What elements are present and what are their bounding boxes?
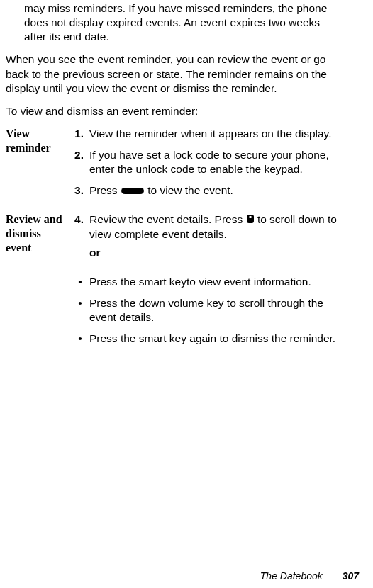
step-text-pre: Review the event details. Press bbox=[89, 213, 246, 225]
bullet-marker: • bbox=[74, 296, 89, 324]
step-text-post: to view the event. bbox=[147, 184, 233, 196]
manual-page: may miss reminders. If you have missed r… bbox=[0, 0, 373, 353]
section-label: View reminder bbox=[6, 127, 74, 205]
step-number: 1. bbox=[74, 127, 89, 141]
bullet-item: • Press the smart key again to dismiss t… bbox=[74, 332, 342, 346]
bullet-text: Press the smart key again to dismiss the… bbox=[89, 332, 342, 346]
step-text: Review the event details. Press to scrol… bbox=[89, 213, 342, 267]
page-footer: The Datebook 307 bbox=[260, 570, 359, 582]
footer-title: The Datebook bbox=[260, 570, 323, 582]
step-number: 2. bbox=[74, 148, 89, 176]
scroll-key-icon bbox=[246, 213, 255, 227]
bullet-text: Press the down volume key to scroll thro… bbox=[89, 296, 342, 324]
section-view-reminder: View reminder 1. View the reminder when … bbox=[6, 127, 342, 205]
step-number: 3. bbox=[74, 183, 89, 198]
step-text: If you have set a lock code to secure yo… bbox=[89, 148, 342, 176]
bullet-marker: • bbox=[74, 332, 89, 346]
bullet-item: • Press the smart keyto view event infor… bbox=[74, 275, 342, 289]
section-body: 4. Review the event details. Press to sc… bbox=[74, 213, 342, 353]
step-text: Press to view the event. bbox=[89, 183, 342, 198]
step-4: 4. Review the event details. Press to sc… bbox=[74, 213, 342, 267]
step-text: View the reminder when it appears on the… bbox=[89, 127, 342, 141]
page-margin-rule bbox=[347, 0, 347, 545]
step-2: 2. If you have set a lock code to secure… bbox=[74, 148, 342, 176]
step-3: 3. Press to view the event. bbox=[74, 183, 342, 198]
step-number: 4. bbox=[74, 213, 89, 267]
reminder-paragraph: When you see the event reminder, you can… bbox=[6, 52, 342, 95]
bullet-text: Press the smart keyto view event informa… bbox=[89, 275, 342, 289]
svg-rect-0 bbox=[121, 188, 144, 194]
lead-in: To view and dismiss an event reminder: bbox=[6, 104, 342, 118]
or-label: or bbox=[89, 246, 342, 260]
svg-rect-1 bbox=[247, 215, 254, 223]
long-key-icon bbox=[121, 184, 145, 198]
svg-rect-2 bbox=[249, 216, 251, 218]
bullet-marker: • bbox=[74, 275, 89, 289]
section-review-dismiss: Review and dismiss event 4. Review the e… bbox=[6, 213, 342, 353]
page-number: 307 bbox=[343, 570, 359, 582]
step-1: 1. View the reminder when it appears on … bbox=[74, 127, 342, 141]
step-text-pre: Press bbox=[89, 184, 121, 196]
continuation-note: may miss reminders. If you have missed r… bbox=[24, 1, 342, 44]
section-body: 1. View the reminder when it appears on … bbox=[74, 127, 342, 205]
section-label: Review and dismiss event bbox=[6, 213, 74, 353]
bullet-item: • Press the down volume key to scroll th… bbox=[74, 296, 342, 324]
